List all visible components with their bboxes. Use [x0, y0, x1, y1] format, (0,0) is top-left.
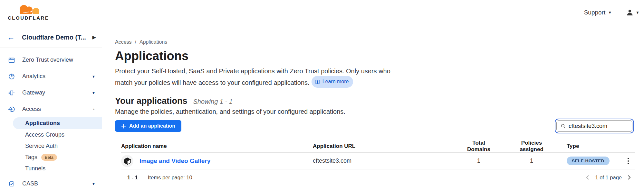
section-subtitle: Manage the policies, authentication, and… [115, 108, 635, 115]
sidebar-item-access[interactable]: Access ▲ [0, 101, 102, 117]
sidebar-item-label: Access [22, 106, 92, 113]
pie-chart-icon [8, 73, 15, 80]
column-header-policies-assigned: Policies assigned [509, 140, 554, 153]
application-name-link[interactable]: Image and Video Gallery [139, 158, 210, 165]
application-url-cell: cftestsite3.com [313, 158, 461, 164]
learn-more-label: Learn more [322, 77, 349, 86]
chevron-right-icon [627, 175, 631, 180]
cloudflare-wordmark: CLOUDFLARE [8, 15, 49, 21]
row-actions-kebab-icon[interactable] [626, 157, 630, 166]
chevron-down-icon: ▼ [92, 182, 95, 186]
support-label: Support [584, 9, 606, 16]
section-title: Your applications [115, 96, 187, 106]
chevron-down-icon: ▼ [608, 10, 612, 15]
sidebar-item-analytics[interactable]: Analytics ▼ [0, 68, 102, 85]
search-focus-ring [555, 119, 634, 133]
casb-check-icon [8, 180, 15, 187]
access-login-icon [8, 106, 15, 113]
search-icon [561, 123, 566, 129]
items-per-page: Items per page: 10 [148, 175, 192, 181]
total-domains-cell: 1 [461, 158, 496, 164]
back-arrow-icon[interactable]: ← [7, 33, 15, 41]
table-footer: 1 - 1 Items per page: 10 1 of 1 page [121, 169, 635, 181]
plus-icon [121, 124, 126, 129]
column-header-application-url: Application URL [313, 143, 461, 149]
column-header-total-domains: Total Domains [461, 140, 496, 153]
chevron-down-icon: ▼ [636, 10, 639, 15]
chevron-down-icon: ▼ [92, 91, 95, 95]
account-expander-icon[interactable]: ▶ [90, 34, 96, 40]
applications-table: Application name Application URL Total D… [115, 140, 635, 181]
previous-page-button[interactable] [585, 175, 590, 180]
book-icon [315, 79, 320, 84]
sidebar-item-label: Tunnels [25, 165, 45, 172]
beta-badge: Beta [41, 154, 57, 161]
add-application-button[interactable]: Add an application [115, 120, 181, 132]
main-content: Access / Applications Applications Prote… [102, 25, 644, 189]
cloudflare-logo[interactable]: CLOUDFLARE [8, 4, 49, 21]
sidebar-item-access-groups[interactable]: Access Groups [0, 129, 102, 140]
chevron-up-icon: ▲ [92, 107, 95, 111]
sidebar-item-zero-trust-overview[interactable]: Zero Trust overview [0, 52, 102, 68]
page-title: Applications [115, 49, 635, 63]
sidebar-item-tunnels[interactable]: Tunnels [0, 163, 102, 174]
column-header-application-name: Application name [121, 143, 313, 149]
sidebar-item-tags[interactable]: Tags Beta [0, 152, 102, 163]
next-page-button[interactable] [627, 175, 631, 180]
sidebar: ← Cloudflare Demo (T... ▶ Zero Trust ove… [0, 25, 102, 189]
learn-more-link[interactable]: Learn more [312, 76, 353, 88]
items-range: 1 - 1 [127, 175, 138, 181]
showing-count: Showing 1 - 1 [193, 98, 233, 105]
add-application-label: Add an application [129, 123, 175, 129]
breadcrumb-applications: Applications [139, 39, 167, 45]
sidebar-item-label: Zero Trust overview [22, 57, 95, 63]
sidebar-item-gateway[interactable]: Gateway ▼ [0, 85, 102, 101]
cube-icon [124, 157, 131, 165]
page-info: 1 of 1 page [595, 175, 622, 181]
cloudflare-cloud-icon [14, 4, 43, 16]
window-icon [8, 57, 15, 64]
chevron-left-icon [585, 175, 590, 180]
sidebar-item-applications[interactable]: Applications [13, 117, 102, 129]
sidebar-item-label: CASB [22, 180, 92, 187]
account-name: Cloudflare Demo (T... [22, 34, 90, 41]
top-bar: CLOUDFLARE Support ▼ ▼ [0, 0, 644, 25]
sidebar-item-label: Tags [25, 154, 37, 161]
breadcrumb-separator: / [135, 39, 136, 45]
sidebar-item-service-auth[interactable]: Service Auth [0, 140, 102, 152]
support-menu[interactable]: Support ▼ [584, 9, 612, 16]
column-header-type: Type [567, 143, 635, 149]
gateway-icon [8, 89, 15, 96]
search-input[interactable] [569, 123, 628, 130]
application-avatar [121, 155, 133, 167]
sidebar-item-label: Applications [25, 120, 60, 127]
chevron-down-icon: ▼ [92, 75, 95, 78]
page-description: Protect your Self-Hosted, SaaS and Priva… [115, 66, 395, 88]
table-row: Image and Video Gallery cftestsite3.com … [121, 153, 635, 169]
footer-divider [143, 174, 143, 181]
table-header-row: Application name Application URL Total D… [121, 140, 635, 153]
breadcrumb-access[interactable]: Access [115, 39, 132, 45]
sidebar-item-label: Service Auth [25, 143, 58, 149]
sidebar-item-label: Analytics [22, 73, 92, 80]
user-icon [626, 9, 634, 16]
sidebar-item-label: Access Groups [25, 131, 64, 138]
breadcrumb: Access / Applications [115, 39, 635, 45]
policies-assigned-cell: 1 [509, 158, 554, 164]
type-badge: SELF-HOSTED [567, 157, 610, 165]
sidebar-item-casb[interactable]: CASB ▼ [0, 176, 102, 189]
sidebar-item-label: Gateway [22, 89, 92, 96]
user-menu[interactable]: ▼ [626, 9, 639, 16]
